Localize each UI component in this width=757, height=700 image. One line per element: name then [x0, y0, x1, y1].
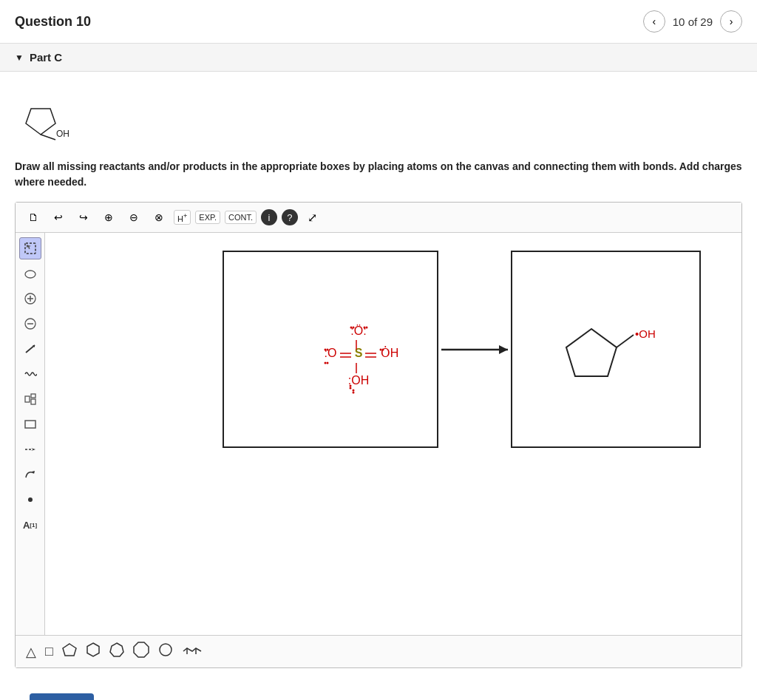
bottom-toolbar: △ □: [16, 635, 741, 667]
zoom-out-btn[interactable]: ⊖: [123, 207, 144, 228]
main-canvas[interactable]: S :O ȮH: [45, 233, 741, 632]
question-title: Question 10: [15, 14, 91, 30]
text-tool[interactable]: A[1]: [19, 514, 41, 536]
help-btn[interactable]: ?: [282, 209, 298, 225]
triangle-shape[interactable]: △: [26, 644, 36, 660]
prev-button[interactable]: ‹: [643, 10, 665, 33]
redo-btn[interactable]: ↪: [73, 207, 94, 228]
hexagon-shape[interactable]: [86, 642, 101, 661]
svg-marker-36: [87, 643, 99, 656]
add-charge-tool[interactable]: [19, 288, 41, 310]
pentagon-shape[interactable]: [62, 642, 77, 661]
svg-point-39: [160, 644, 172, 656]
svg-point-22: [327, 349, 329, 351]
submit-area: Submit Request Answer: [15, 683, 742, 700]
svg-marker-4: [27, 245, 31, 249]
bond-tool[interactable]: [19, 338, 41, 360]
left-toolbar: A[1]: [16, 233, 45, 635]
nav-controls: ‹ 10 of 29 ›: [643, 10, 742, 33]
top-oxygen-atom: :Ö:: [350, 324, 366, 337]
next-button[interactable]: ›: [720, 10, 742, 33]
left-oxygen-atom: :O: [325, 347, 337, 359]
svg-point-25: [380, 349, 382, 351]
hydrogen-btn[interactable]: H+: [174, 210, 191, 225]
drawing-area: A[1] S: [16, 233, 741, 635]
template-tool[interactable]: [19, 388, 41, 410]
content-area: OH Draw all missing reactants and/or pro…: [0, 72, 757, 700]
svg-point-29: [364, 327, 366, 329]
nav-count: 10 of 29: [673, 16, 713, 28]
circle-shape[interactable]: [158, 642, 173, 661]
svg-rect-13: [25, 396, 30, 402]
instructions: Draw all missing reactants and/or produc…: [15, 159, 742, 190]
svg-point-30: [366, 327, 368, 329]
svg-point-34: [353, 392, 355, 394]
fullscreen-btn[interactable]: ⤢: [302, 207, 323, 228]
erase-tool[interactable]: [19, 262, 41, 285]
octagon-shape[interactable]: [133, 642, 149, 662]
svg-marker-38: [134, 642, 149, 657]
remove-charge-tool[interactable]: [19, 313, 41, 335]
undo-btn[interactable]: ↩: [48, 207, 69, 228]
svg-rect-15: [31, 399, 35, 404]
svg-point-26: [382, 349, 384, 351]
svg-rect-16: [25, 421, 35, 428]
new-btn[interactable]: 🗋: [23, 207, 44, 228]
select-tool[interactable]: [19, 237, 41, 259]
product-box[interactable]: [512, 251, 700, 447]
clear-btn[interactable]: ⊗: [149, 207, 169, 228]
svg-point-28: [353, 327, 355, 329]
info-btn[interactable]: i: [261, 209, 277, 225]
molecule-display: OH: [15, 86, 742, 149]
cont-btn[interactable]: CONT.: [225, 211, 257, 224]
wavy-bond-tool[interactable]: [19, 363, 41, 385]
svg-text:OH: OH: [56, 129, 69, 139]
svg-marker-37: [110, 643, 123, 656]
svg-point-32: [350, 387, 352, 390]
product-oh-label: •OH: [635, 327, 656, 340]
canvas-svg-wrapper[interactable]: S :O ȮH: [45, 233, 741, 635]
svg-point-27: [350, 327, 353, 329]
part-bar: ▼ Part C: [0, 44, 757, 72]
dot-tool[interactable]: [19, 489, 41, 511]
svg-point-31: [350, 385, 352, 387]
svg-point-21: [325, 349, 327, 351]
svg-marker-35: [63, 644, 76, 656]
svg-marker-18: [31, 448, 35, 451]
zoom-in-btn[interactable]: ⊕: [98, 207, 119, 228]
svg-rect-14: [31, 394, 35, 398]
svg-point-5: [25, 271, 35, 278]
square-shape[interactable]: □: [45, 644, 53, 659]
top-toolbar: 🗋 ↩ ↪ ⊕ ⊖ ⊗ H+ EXP. CONT. i ? ⤢: [16, 203, 741, 233]
arrow-head: [499, 345, 508, 354]
svg-point-23: [325, 362, 327, 364]
chair-shape[interactable]: [182, 642, 203, 661]
arrow-tool[interactable]: [19, 438, 41, 461]
svg-line-11: [26, 345, 35, 353]
svg-point-24: [327, 362, 329, 364]
right-oh-atom: ȮH: [381, 346, 399, 359]
curve-tool[interactable]: [19, 463, 41, 486]
part-label: Part C: [30, 51, 62, 64]
svg-point-20: [28, 497, 33, 502]
submit-button[interactable]: Submit: [30, 693, 94, 700]
rectangle-tool[interactable]: [19, 413, 41, 435]
canvas-container: 🗋 ↩ ↪ ⊕ ⊖ ⊗ H+ EXP. CONT. i ? ⤢: [15, 202, 742, 668]
cyclopentanol-structure: OH: [15, 86, 89, 146]
exp-btn[interactable]: EXP.: [195, 211, 220, 224]
part-arrow: ▼: [15, 52, 24, 63]
heptagon-shape[interactable]: [109, 642, 124, 661]
svg-line-1: [41, 135, 55, 140]
svg-marker-0: [26, 109, 55, 135]
bottom-oh-atom: :OH: [348, 374, 369, 387]
header: Question 10 ‹ 10 of 29 ›: [0, 0, 757, 44]
svg-point-33: [353, 390, 355, 392]
